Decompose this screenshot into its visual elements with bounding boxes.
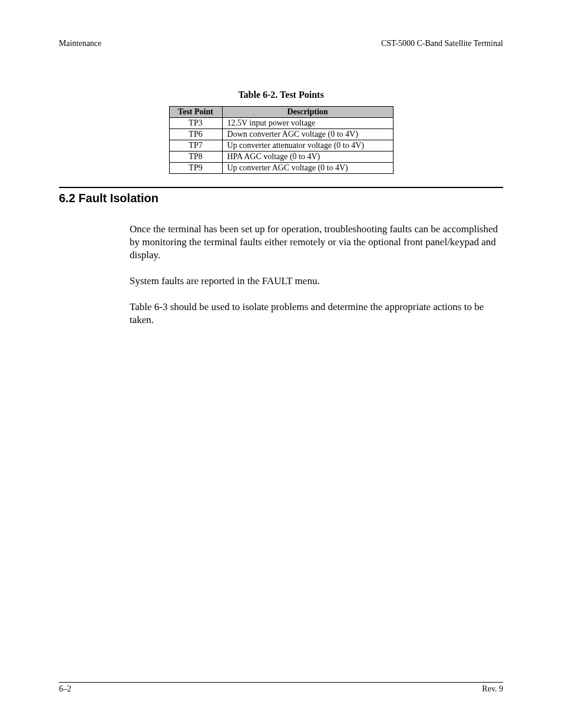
table-row: TP7 Up converter attenuator voltage (0 t…: [169, 140, 393, 151]
footer-revision: Rev. 9: [482, 684, 503, 694]
table-header-test-point: Test Point: [169, 107, 222, 118]
header-right: CST-5000 C-Band Satellite Terminal: [381, 39, 503, 48]
section-divider: [59, 187, 503, 188]
table-row: TP3 12.5V input power voltage: [169, 118, 393, 129]
section-heading: 6.2 Fault Isolation: [59, 192, 503, 205]
table-cell-tp: TP7: [169, 140, 222, 151]
table-caption: Table 6-2. Test Points: [59, 90, 503, 100]
table-header-description: Description: [222, 107, 393, 118]
table-cell-desc: 12.5V input power voltage: [222, 118, 393, 129]
table-cell-tp: TP3: [169, 118, 222, 129]
header-left: Maintenance: [59, 39, 101, 48]
footer-divider: [59, 682, 503, 683]
body-paragraph: System faults are reported in the FAULT …: [130, 275, 500, 288]
table-row: TP8 HPA AGC voltage (0 to 4V): [169, 151, 393, 163]
table-cell-desc: Up converter AGC voltage (0 to 4V): [222, 163, 393, 174]
page-footer: 6–2 Rev. 9: [59, 682, 503, 694]
test-points-table: Test Point Description TP3 12.5V input p…: [169, 106, 394, 174]
table-cell-tp: TP6: [169, 129, 222, 140]
table-row: TP6 Down converter AGC voltage (0 to 4V): [169, 129, 393, 140]
table-row: TP9 Up converter AGC voltage (0 to 4V): [169, 163, 393, 174]
table-cell-tp: TP9: [169, 163, 222, 174]
table-cell-desc: Up converter attenuator voltage (0 to 4V…: [222, 140, 393, 151]
table-cell-desc: Down converter AGC voltage (0 to 4V): [222, 129, 393, 140]
table-cell-desc: HPA AGC voltage (0 to 4V): [222, 151, 393, 163]
footer-page-number: 6–2: [59, 684, 71, 694]
body-paragraph: Once the terminal has been set up for op…: [130, 223, 500, 262]
page-header: Maintenance CST-5000 C-Band Satellite Te…: [59, 39, 503, 48]
body-paragraph: Table 6-3 should be used to isolate prob…: [130, 301, 500, 327]
table-header-row: Test Point Description: [169, 107, 393, 118]
table-cell-tp: TP8: [169, 151, 222, 163]
